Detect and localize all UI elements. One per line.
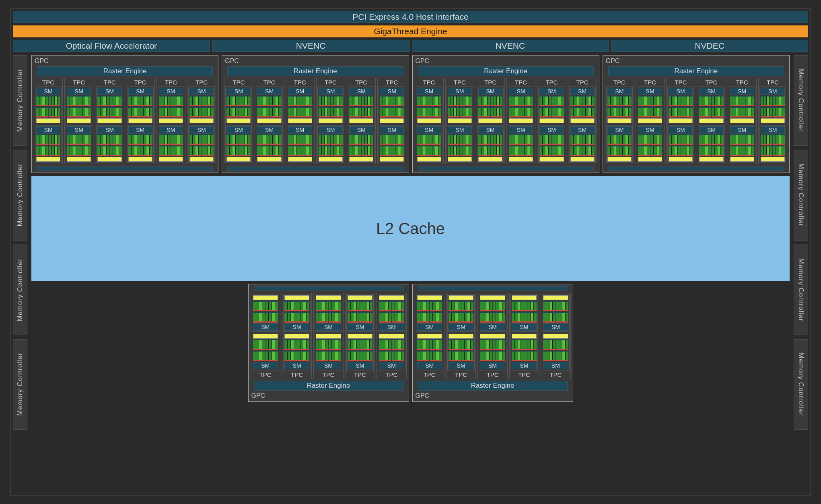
sm-label: SM (316, 323, 341, 331)
sm-label: SM (638, 88, 662, 95)
core-row (638, 146, 662, 156)
tpc-block: TPCSMSM (697, 78, 726, 164)
sm-block: SM (569, 125, 596, 163)
sm-label: SM (417, 88, 441, 95)
core-row (316, 312, 341, 323)
core-row (478, 146, 502, 156)
sm-block: SM (379, 125, 405, 163)
cache-bar (543, 334, 568, 339)
core-half (257, 107, 269, 117)
core-row (67, 107, 91, 117)
sm-label: SM (159, 88, 183, 95)
tpc-row: TPCSMSMTPCSMSMTPCSMSMTPCSMSMTPCSMSMTPCSM… (224, 78, 406, 164)
core-half (493, 312, 505, 323)
core-half (417, 301, 430, 311)
core-row (253, 312, 278, 323)
core-half (619, 96, 632, 106)
sm-label: SM (512, 323, 537, 331)
sm-block: SM (447, 86, 473, 124)
core-half (430, 351, 442, 361)
sm-label: SM (379, 362, 404, 369)
sm-block: SM (317, 125, 344, 163)
core-row (257, 96, 281, 106)
tpc-block: TPCSMSM (666, 78, 695, 164)
core-half (79, 96, 91, 106)
core-half (552, 107, 564, 117)
core-half (348, 351, 360, 361)
core-row (699, 96, 723, 106)
core-row (570, 134, 595, 145)
cache-bar (570, 118, 595, 123)
core-half (265, 339, 278, 350)
core-row (36, 107, 60, 117)
core-half (543, 351, 556, 361)
core-row (478, 96, 502, 106)
core-half (36, 96, 48, 106)
sm-block: SM (35, 125, 62, 163)
core-half (478, 134, 490, 145)
sm-block: SM (698, 86, 724, 124)
core-half (449, 301, 461, 311)
core-half (348, 301, 360, 311)
core-row (509, 146, 533, 156)
sm-label: SM (417, 323, 442, 331)
core-row (159, 146, 183, 156)
core-half (461, 351, 474, 361)
sm-block: SM (96, 86, 123, 124)
core-row (570, 146, 595, 156)
core-half (67, 146, 79, 156)
cache-bar (539, 118, 564, 123)
core-row (480, 301, 505, 311)
core-half (316, 339, 328, 350)
sm-block: SM (667, 125, 694, 163)
core-row (379, 301, 404, 311)
core-half (650, 96, 663, 106)
tpc-block: TPCSMSM (187, 78, 216, 164)
gpc-label: GPC (251, 392, 407, 399)
sm-block: SM (729, 125, 755, 163)
core-half (189, 107, 202, 117)
core-row (638, 134, 662, 145)
tpc-label: TPC (637, 79, 663, 86)
tpc-block: SMSMTPC (313, 293, 343, 379)
core-row (253, 301, 278, 311)
core-half (449, 312, 461, 323)
core-row (284, 312, 309, 323)
core-half (539, 146, 551, 156)
core-half (270, 96, 282, 106)
cache-bar (730, 157, 754, 162)
core-half (712, 96, 724, 106)
core-row (638, 107, 662, 117)
core-row (417, 339, 442, 350)
core-half (556, 312, 568, 323)
core-half (512, 301, 524, 311)
core-row (449, 312, 473, 323)
core-half (392, 134, 404, 145)
core-half (730, 146, 742, 156)
core-half (226, 107, 239, 117)
cache-bar (380, 118, 404, 123)
memory-controller-label: Memory Controller (16, 69, 24, 132)
core-half (362, 107, 374, 117)
gpc-label: GPC (415, 392, 571, 399)
sm-block: SM (637, 125, 663, 163)
core-half (316, 312, 328, 323)
tpc-label: TPC (379, 79, 405, 86)
tpc-block: TPCSMSM (415, 78, 444, 164)
core-half (319, 107, 331, 117)
sm-label: SM (348, 362, 372, 369)
core-half (79, 146, 91, 156)
core-half (97, 134, 109, 145)
core-half (380, 107, 392, 117)
core-row (607, 134, 632, 145)
core-row (128, 107, 152, 117)
sm-label: SM (509, 126, 533, 134)
core-row (543, 301, 568, 311)
core-half (493, 301, 505, 311)
core-row (226, 96, 251, 106)
core-half (512, 339, 524, 350)
core-half (329, 312, 341, 323)
cache-bar (570, 157, 595, 162)
core-half (159, 96, 171, 106)
core-half (570, 134, 582, 145)
